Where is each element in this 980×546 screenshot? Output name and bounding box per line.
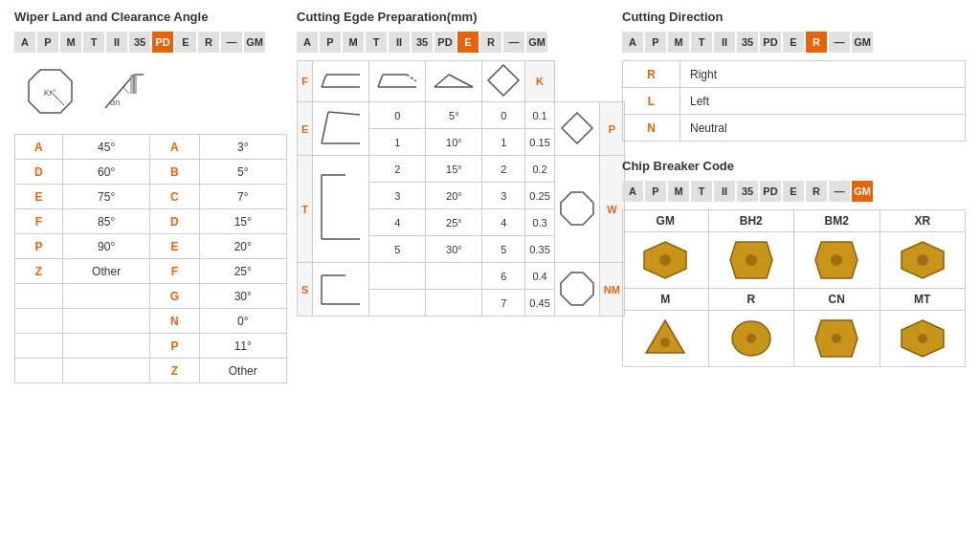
bar-II: II: [714, 32, 735, 53]
table-row: D 60° B 5°: [15, 160, 287, 185]
svg-line-10: [322, 75, 326, 87]
col-label-P: P: [599, 102, 624, 156]
chip-code-MT: MT: [880, 289, 966, 311]
angle-diagram: αn: [96, 65, 148, 118]
t-02: 0.2: [525, 156, 554, 183]
svg-point-43: [746, 334, 756, 343]
right-val: Other: [199, 359, 286, 383]
bar-II: II: [714, 181, 735, 202]
right-val: 5°: [199, 160, 286, 185]
bar-E: E: [457, 32, 479, 53]
bar-PD: PD: [760, 181, 781, 202]
right-code: E: [150, 234, 199, 259]
svg-line-21: [322, 112, 328, 143]
chip-insert-CN: [794, 311, 880, 367]
e-shape: [313, 102, 369, 156]
section1-title: Wiper Land and Clearance Angle: [14, 10, 287, 24]
s-04: 0.4: [525, 263, 554, 290]
t-5b: 5: [482, 236, 525, 263]
s-empty4: [426, 290, 482, 317]
row-label-S: S: [298, 263, 313, 317]
chip-insert-row1: [623, 232, 966, 289]
bar-M: M: [668, 32, 689, 53]
diamond-K: [486, 63, 521, 98]
svg-line-17: [434, 75, 449, 87]
t-025: 0.25: [525, 183, 554, 209]
s-7: 7: [482, 290, 525, 317]
chip-label-row2: M R CN MT: [623, 289, 966, 311]
table-row: A 45° A 3°: [15, 135, 287, 160]
right-code: P: [150, 334, 199, 359]
svg-point-37: [831, 254, 842, 266]
left-val: Other: [62, 259, 149, 284]
left-code: A: [15, 135, 63, 160]
e-10: 10°: [426, 129, 482, 156]
bar-R: R: [198, 32, 219, 53]
cutting-edge-table: F: [297, 60, 625, 317]
svg-point-45: [832, 334, 841, 343]
e-01: 0.1: [525, 102, 554, 129]
s-6: 6: [482, 263, 525, 290]
table-row: F 85° D 15°: [15, 209, 287, 234]
bar-35: 35: [129, 32, 150, 53]
chip-code-M: M: [623, 289, 709, 311]
svg-line-22: [328, 112, 360, 115]
col-label-NM: NM: [599, 263, 624, 317]
t-octagon: [554, 156, 599, 263]
col-label-K: K: [525, 61, 554, 102]
bar-M: M: [668, 181, 689, 202]
dir-code-R: R: [623, 61, 680, 88]
chip-code-CN: CN: [794, 289, 880, 311]
section2: Cutting Egde Preparation(mm) A P M T II …: [297, 10, 612, 317]
section1: Wiper Land and Clearance Angle A P M T I…: [14, 10, 287, 383]
chip-code-XR: XR: [880, 210, 966, 232]
diamond-P: [560, 111, 594, 145]
right-val: 0°: [199, 309, 286, 334]
chip-breaker-table: GM BH2 BM2 XR: [622, 209, 966, 367]
svg-marker-19: [488, 65, 519, 96]
section2-title: Cutting Egde Preparation(mm): [297, 10, 612, 24]
f-diamond: [482, 61, 525, 102]
svg-point-35: [746, 254, 757, 266]
svg-marker-40: [646, 320, 684, 353]
right-val: 11°: [199, 334, 286, 359]
bar-R: R: [806, 181, 827, 202]
left-code-empty: [15, 359, 63, 383]
octagon-diagram: Kr°: [24, 65, 77, 118]
t-03: 0.3: [525, 209, 554, 236]
t-shape-svg: [317, 170, 365, 247]
svg-line-18: [449, 75, 473, 87]
bar-GM: GM: [852, 32, 873, 53]
bar-E: E: [783, 181, 804, 202]
t-3: 3: [369, 183, 426, 209]
octagon-W: [559, 190, 595, 227]
wiper-table: A 45° A 3° D 60° B 5° E 75° C 7° F 85° D: [14, 134, 287, 383]
insert-BM2-svg: [812, 238, 861, 282]
bar-dash: —: [829, 181, 850, 202]
bar-T: T: [83, 32, 104, 53]
svg-line-15: [407, 75, 416, 81]
bar-A: A: [297, 32, 318, 53]
svg-point-41: [660, 338, 670, 347]
left-val: 75°: [62, 185, 149, 209]
bar-T: T: [366, 32, 387, 53]
chip-code-R: R: [708, 289, 794, 311]
right-code: A: [150, 135, 199, 160]
table-row: P 90° E 20°: [15, 234, 287, 259]
chip-insert-M: [623, 311, 709, 367]
right-val: 3°: [199, 135, 286, 160]
f-shape-svg: [317, 70, 365, 91]
bar-PD: PD: [152, 32, 173, 53]
chip-code-GM: GM: [623, 210, 709, 232]
bar-II: II: [106, 32, 127, 53]
bar-A: A: [622, 32, 643, 53]
left-code: P: [15, 234, 63, 259]
t-2: 2: [369, 156, 426, 183]
main-container: Wiper Land and Clearance Angle A P M T I…: [14, 10, 966, 383]
right-val: 20°: [199, 234, 286, 259]
cutting-direction-title: Cutting Direction: [622, 10, 966, 24]
right-val: 25°: [199, 259, 286, 284]
left-val-empty: [62, 359, 149, 383]
f-shape3-svg: [430, 70, 478, 91]
right-val: 7°: [199, 185, 286, 209]
